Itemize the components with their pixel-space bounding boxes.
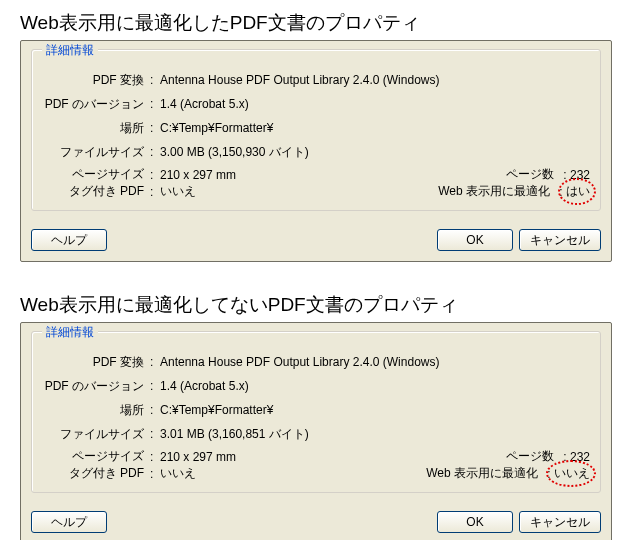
group-title: 詳細情報 bbox=[42, 42, 98, 59]
group-title: 詳細情報 bbox=[42, 324, 98, 341]
value-location: C:¥Temp¥Formatter¥ bbox=[158, 403, 273, 417]
cancel-button[interactable]: キャンセル bbox=[519, 511, 601, 533]
button-bar: ヘルプ OK キャンセル bbox=[21, 503, 611, 540]
value-pdf-version: 1.4 (Acrobat 5.x) bbox=[158, 379, 249, 393]
button-bar: ヘルプ OK キャンセル bbox=[21, 221, 611, 261]
ok-button[interactable]: OK bbox=[437, 511, 513, 533]
cancel-button[interactable]: キャンセル bbox=[519, 229, 601, 251]
label-pdf-converter: PDF 変換 bbox=[42, 72, 150, 89]
dialog-not-optimized: Web表示用に最適化してないPDF文書のプロパティ 詳細情報 PDF 変換 : … bbox=[0, 286, 632, 540]
label-pdf-converter: PDF 変換 bbox=[42, 354, 150, 371]
value-file-size: 3.01 MB (3,160,851 バイト) bbox=[158, 426, 309, 443]
label-pdf-version: PDF のバージョン bbox=[42, 378, 150, 395]
value-page-size: 210 x 297 mm bbox=[158, 450, 236, 464]
value-web-optimized: はい bbox=[564, 183, 590, 200]
label-file-size: ファイルサイズ bbox=[42, 426, 150, 443]
row-location: 場所 : C:¥Temp¥Formatter¥ bbox=[42, 118, 590, 138]
detail-group: 詳細情報 PDF 変換 : Antenna House PDF Output L… bbox=[31, 49, 601, 211]
row-location: 場所 : C:¥Temp¥Formatter¥ bbox=[42, 400, 590, 420]
value-tagged-pdf: いいえ bbox=[158, 465, 196, 482]
help-button[interactable]: ヘルプ bbox=[31, 229, 107, 251]
row-pdf-converter: PDF 変換 : Antenna House PDF Output Librar… bbox=[42, 352, 590, 372]
row-pdf-version: PDF のバージョン : 1.4 (Acrobat 5.x) bbox=[42, 376, 590, 396]
label-web-optimized: Web 表示用に最適化 bbox=[438, 183, 556, 200]
value-web-optimized: いいえ bbox=[552, 465, 590, 482]
value-pdf-converter: Antenna House PDF Output Library 2.4.0 (… bbox=[158, 355, 439, 369]
value-location: C:¥Temp¥Formatter¥ bbox=[158, 121, 273, 135]
dialog-frame: 詳細情報 PDF 変換 : Antenna House PDF Output L… bbox=[20, 40, 612, 262]
detail-group: 詳細情報 PDF 変換 : Antenna House PDF Output L… bbox=[31, 331, 601, 493]
row-pdf-converter: PDF 変換 : Antenna House PDF Output Librar… bbox=[42, 70, 590, 90]
label-page-count: ページ数 bbox=[506, 448, 560, 465]
dialog-frame: 詳細情報 PDF 変換 : Antenna House PDF Output L… bbox=[20, 322, 612, 540]
value-tagged-pdf: いいえ bbox=[158, 183, 196, 200]
label-location: 場所 bbox=[42, 402, 150, 419]
label-location: 場所 bbox=[42, 120, 150, 137]
dialog-optimized: Web表示用に最適化したPDF文書のプロパティ 詳細情報 PDF 変換 : An… bbox=[0, 4, 632, 262]
help-button[interactable]: ヘルプ bbox=[31, 511, 107, 533]
row-pdf-version: PDF のバージョン : 1.4 (Acrobat 5.x) bbox=[42, 94, 590, 114]
value-pdf-version: 1.4 (Acrobat 5.x) bbox=[158, 97, 249, 111]
row-file-size: ファイルサイズ : 3.00 MB (3,150,930 バイト) bbox=[42, 142, 590, 162]
label-file-size: ファイルサイズ bbox=[42, 144, 150, 161]
label-tagged-pdf: タグ付き PDF bbox=[42, 183, 150, 200]
label-page-size: ページサイズ bbox=[42, 166, 150, 183]
label-pdf-version: PDF のバージョン bbox=[42, 96, 150, 113]
label-tagged-pdf: タグ付き PDF bbox=[42, 465, 150, 482]
label-web-optimized: Web 表示用に最適化 bbox=[426, 465, 544, 482]
value-pdf-converter: Antenna House PDF Output Library 2.4.0 (… bbox=[158, 73, 439, 87]
label-page-count: ページ数 bbox=[506, 166, 560, 183]
row-tagged-web: タグ付き PDF : いいえ Web 表示用に最適化 : いいえ bbox=[42, 465, 590, 482]
row-page-size: ページサイズ : 210 x 297 mm ページ数 : 232 bbox=[42, 166, 590, 183]
row-page-size: ページサイズ : 210 x 297 mm ページ数 : 232 bbox=[42, 448, 590, 465]
value-file-size: 3.00 MB (3,150,930 バイト) bbox=[158, 144, 309, 161]
label-page-size: ページサイズ bbox=[42, 448, 150, 465]
section-title-not-optimized: Web表示用に最適化してないPDF文書のプロパティ bbox=[0, 286, 632, 322]
row-file-size: ファイルサイズ : 3.01 MB (3,160,851 バイト) bbox=[42, 424, 590, 444]
row-tagged-web: タグ付き PDF : いいえ Web 表示用に最適化 : はい bbox=[42, 183, 590, 200]
section-title-optimized: Web表示用に最適化したPDF文書のプロパティ bbox=[0, 4, 632, 40]
ok-button[interactable]: OK bbox=[437, 229, 513, 251]
value-page-size: 210 x 297 mm bbox=[158, 168, 236, 182]
